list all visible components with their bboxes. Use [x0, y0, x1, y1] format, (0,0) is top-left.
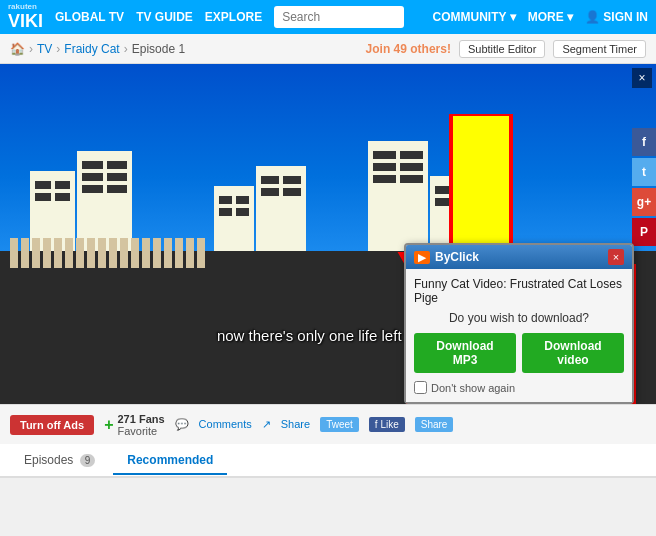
share-button[interactable]: Share [415, 417, 454, 432]
sep3: › [124, 42, 128, 56]
windows-5 [373, 151, 423, 183]
byclick-question: Do you wish to download? [414, 311, 624, 325]
byclick-video-title: Funny Cat Video: Frustrated Cat Loses Pi… [414, 277, 624, 305]
search-input[interactable] [274, 6, 404, 28]
tabs-bar: Episodes 9 Recommended [0, 444, 656, 478]
turn-off-ads-button[interactable]: Turn off Ads [10, 415, 94, 435]
byclick-logo-icon: ▶ [414, 251, 430, 264]
join-text: Join 49 others! [366, 42, 451, 56]
sep1: › [29, 42, 33, 56]
share-icon: ↗ [262, 418, 271, 431]
googleplus-button[interactable]: g+ [632, 188, 656, 216]
top-navigation: rakuten VIKI GLOBAL TV TV GUIDE EXPLORE … [0, 0, 656, 34]
download-mp3-button[interactable]: Download MP3 [414, 333, 516, 373]
sign-in-link[interactable]: 👤 SIGN IN [585, 10, 648, 24]
bottom-bar: Turn off Ads + 271 Fans Favorite 💬 Comme… [0, 404, 656, 444]
building-5 [368, 141, 428, 251]
fans-info: 271 Fans Favorite [118, 413, 165, 437]
tweet-button[interactable]: Tweet [320, 417, 359, 432]
community-link[interactable]: COMMUNITY ▾ [433, 10, 516, 24]
subtitle-editor-button[interactable]: Subtitle Editor [459, 40, 545, 58]
sign-in-label: SIGN IN [603, 10, 648, 24]
like-button[interactable]: f Like [369, 417, 405, 432]
fans-block: + 271 Fans Favorite [104, 413, 164, 437]
windows-1 [35, 181, 70, 201]
share-link[interactable]: Share [281, 418, 310, 431]
video-close-button[interactable]: × [632, 68, 652, 88]
byclick-body: Funny Cat Video: Frustrated Cat Loses Pi… [406, 269, 632, 402]
user-icon: 👤 [585, 10, 600, 24]
twitter-button[interactable]: t [632, 158, 656, 186]
tv-guide-link[interactable]: TV GUIDE [136, 10, 193, 24]
windows-2 [82, 161, 127, 193]
comments-link[interactable]: Comments [199, 418, 252, 431]
pinterest-button[interactable]: P [632, 218, 656, 246]
recommended-tab[interactable]: Recommended [113, 447, 227, 475]
segment-timer-button[interactable]: Segment Timer [553, 40, 646, 58]
social-sidebar: f t g+ P [632, 128, 656, 246]
global-tv-link[interactable]: GLOBAL TV [55, 10, 124, 24]
fans-label: Favorite [118, 425, 165, 437]
building-2 [77, 151, 132, 251]
nav-right: COMMUNITY ▾ MORE ▾ 👤 SIGN IN [433, 10, 648, 24]
dont-show-checkbox[interactable] [414, 381, 427, 394]
byclick-title: ByClick [435, 250, 479, 264]
breadcrumb-tv[interactable]: TV [37, 42, 52, 56]
breadcrumb-show[interactable]: Fraidy Cat [64, 42, 119, 56]
sep2: › [56, 42, 60, 56]
byclick-dont-show: Don't show again [414, 381, 624, 394]
video-player[interactable]: now there's only one life left and I × ▶… [0, 64, 656, 404]
byclick-popup: ▶ ByClick × Funny Cat Video: Frustrated … [404, 243, 634, 404]
home-icon[interactable]: 🏠 [10, 42, 25, 56]
episodes-tab-label: Episodes [24, 453, 73, 467]
windows-6 [435, 186, 470, 206]
download-video-button[interactable]: Download video [522, 333, 624, 373]
windows-3 [219, 196, 249, 216]
byclick-header: ▶ ByClick × [406, 245, 632, 269]
nav-links: GLOBAL TV TV GUIDE EXPLORE [55, 10, 262, 24]
fans-plus-icon[interactable]: + [104, 416, 113, 434]
episodes-tab[interactable]: Episodes 9 [10, 447, 109, 475]
buildings [0, 115, 656, 251]
breadcrumb: 🏠 › TV › Fraidy Cat › Episode 1 Join 49 … [0, 34, 656, 64]
comments-icon: 💬 [175, 418, 189, 431]
episodes-count: 9 [80, 454, 96, 467]
breadcrumb-actions: Join 49 others! Subtitle Editor Segment … [366, 40, 646, 58]
explore-link[interactable]: EXPLORE [205, 10, 262, 24]
viki-logo[interactable]: rakuten VIKI [8, 2, 43, 32]
windows-4 [261, 176, 301, 196]
facebook-button[interactable]: f [632, 128, 656, 156]
dont-show-label: Don't show again [431, 382, 515, 394]
byclick-action-buttons: Download MP3 Download video [414, 333, 624, 373]
logo-subtitle: rakuten [8, 2, 43, 11]
recommended-tab-label: Recommended [127, 453, 213, 467]
breadcrumb-episode: Episode 1 [132, 42, 185, 56]
fans-count: 271 Fans [118, 413, 165, 425]
action-links: 💬 Comments ↗ Share [175, 418, 311, 431]
byclick-close-button[interactable]: × [608, 249, 624, 265]
more-link[interactable]: MORE ▾ [528, 10, 573, 24]
